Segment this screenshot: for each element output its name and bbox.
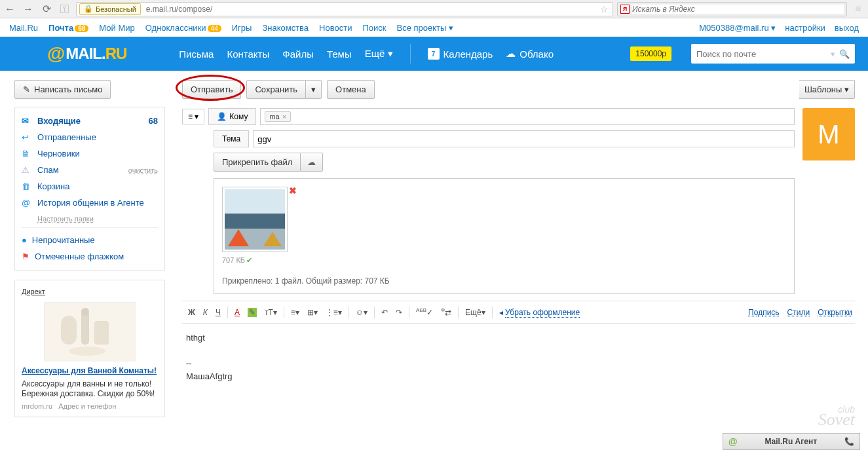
user-email[interactable]: M050388@mail.ru ▾ [699, 23, 776, 33]
compose-button[interactable]: ✎Написать письмо [14, 80, 111, 99]
filter-flagged[interactable]: ⚑Отмеченные флажком [22, 248, 158, 265]
menu-icon[interactable]: ≡ [851, 2, 865, 16]
options-button[interactable]: ≡ ▾ [182, 109, 204, 124]
redo-button[interactable]: ↷ [392, 306, 406, 319]
spellcheck-button[interactable]: АБВ✓ [413, 305, 436, 319]
promo-button[interactable]: 150000р [630, 47, 671, 61]
address-bar[interactable]: 🔒 Безопасный e.mail.ru/compose/ ☆ [76, 2, 613, 16]
attachments-box: ✖ 707 КБ✔ Прикреплено: 1 файл. Общий раз… [214, 178, 795, 294]
file-icon: 🗎 [22, 149, 32, 159]
filter-unread[interactable]: ●Непрочитанные [22, 232, 158, 248]
nav-kalendar[interactable]: 7Календарь [428, 48, 493, 60]
remove-attachment-icon[interactable]: ✖ [289, 185, 297, 196]
folder-inbox[interactable]: ✉Входящие68 [22, 113, 158, 129]
yandex-search[interactable]: Я [617, 2, 847, 16]
link-poisk[interactable]: Поиск [362, 23, 386, 33]
link-igry[interactable]: Игры [232, 23, 252, 33]
chevron-down-icon: ▾ [449, 23, 453, 33]
link-mailru[interactable]: Mail.Ru [9, 23, 38, 33]
bold-button[interactable]: Ж [185, 306, 198, 319]
nav-temy[interactable]: Темы [327, 48, 352, 60]
indent-button[interactable]: ⊞▾ [304, 306, 321, 319]
calendar-icon: 7 [428, 48, 440, 60]
underline-button[interactable]: Ч [212, 306, 224, 319]
settings-folders-link[interactable]: Настроить папки [37, 215, 94, 223]
subject-input[interactable] [257, 134, 790, 144]
direct-domain: mrdom.ru Адрес и телефон [22, 402, 158, 410]
attach-button[interactable]: Прикрепить файл [214, 153, 301, 172]
font-size-button[interactable]: тТ▾ [261, 306, 280, 319]
bookmark-star-icon[interactable]: ☆ [600, 4, 609, 14]
link-novosti[interactable]: Новости [319, 23, 352, 33]
spam-clear-link[interactable]: очистить [128, 166, 158, 174]
folder-spam[interactable]: ⚠Спамочистить [22, 162, 158, 178]
back-icon[interactable]: ← [3, 2, 17, 16]
phone-icon[interactable]: 📞 [844, 437, 854, 446]
key-icon[interactable]: ⚿ [58, 2, 72, 16]
chip-remove-icon[interactable]: × [282, 113, 286, 121]
inbox-count: 68 [149, 116, 158, 126]
to-label-button[interactable]: 👤Кому [208, 108, 256, 125]
list-button[interactable]: ⋮≡▾ [322, 306, 345, 319]
mail-search-input[interactable] [696, 49, 827, 59]
toolbar-more[interactable]: Ещё▾ [462, 306, 489, 319]
check-icon: ✔ [246, 256, 252, 264]
link-exit[interactable]: выход [835, 23, 859, 33]
search-icon[interactable]: 🔍 [839, 49, 850, 59]
link-pochta[interactable]: Почта68 [48, 23, 88, 33]
secure-badge: 🔒 Безопасный [79, 3, 141, 15]
folder-agent-history[interactable]: @История общения в Агенте [22, 195, 158, 211]
direct-heading[interactable]: Директ [22, 288, 45, 295]
align-button[interactable]: ≡▾ [288, 306, 303, 319]
folder-drafts[interactable]: 🗎Черновики [22, 145, 158, 162]
direct-title-link[interactable]: Аксессуары для Ванной Комнаты! [22, 366, 157, 375]
chevron-down-icon[interactable]: ▾ [831, 49, 835, 59]
yandex-icon: Я [620, 5, 630, 14]
link-moimir[interactable]: Мой Мир [99, 23, 134, 33]
nav-oblako[interactable]: ☁Облако [506, 48, 554, 60]
inbox-icon: ✉ [22, 116, 32, 126]
templates-button[interactable]: Шаблоны ▾ [799, 80, 855, 99]
mailru-logo[interactable]: @MAIL.RU [47, 43, 126, 64]
reload-icon[interactable]: ⟳ [39, 2, 54, 16]
nav-kontakty[interactable]: Контакты [227, 48, 269, 60]
folder-sent[interactable]: ↩Отправленные [22, 129, 158, 145]
direct-image[interactable] [44, 302, 136, 361]
emoji-button[interactable]: ☺▾ [352, 306, 371, 319]
mail-search[interactable]: ▾ 🔍 [691, 44, 855, 64]
cloud-icon: ☁ [307, 157, 316, 167]
nav-pisma[interactable]: Письма [179, 48, 214, 60]
agent-icon: @ [728, 436, 738, 447]
save-button[interactable]: Сохранить [246, 80, 306, 99]
translit-button[interactable]: Ф⇄ [438, 305, 455, 319]
signature-link[interactable]: Подпись [748, 308, 780, 317]
save-dropdown[interactable]: ▾ [306, 80, 322, 99]
recipient-chip[interactable]: ma× [265, 111, 291, 122]
secure-label: Безопасный [96, 5, 136, 13]
nav-faily[interactable]: Файлы [282, 48, 314, 60]
forward-icon[interactable]: → [21, 2, 35, 16]
send-button[interactable]: Отправить [182, 80, 241, 99]
text-color-button[interactable]: A [231, 306, 243, 319]
flag-icon: ⚑ [22, 252, 29, 261]
link-znakom[interactable]: Знакомства [262, 23, 309, 33]
nav-esche[interactable]: Ещё ▾ [365, 48, 393, 60]
message-body[interactable]: hthgt -- МашаAfgtrg [182, 324, 855, 390]
styles-link[interactable]: Стили [787, 308, 810, 317]
to-input[interactable]: ma× [260, 108, 795, 125]
folder-trash[interactable]: 🗑Корзина [22, 178, 158, 195]
subject-input-wrap[interactable] [253, 130, 795, 147]
link-settings[interactable]: настройки [785, 23, 825, 33]
undo-button[interactable]: ↶ [378, 306, 391, 319]
clear-format-button[interactable]: ◂ Убрать оформление [496, 306, 584, 319]
cards-link[interactable]: Открытки [818, 308, 852, 317]
agent-bar[interactable]: @ Mail.Ru Агент 📞 [723, 433, 860, 450]
link-vseproj[interactable]: Все проекты ▾ [396, 23, 453, 33]
link-odnoklassniki[interactable]: Одноклассники44 [145, 23, 221, 33]
italic-button[interactable]: К [200, 306, 211, 319]
highlight-button[interactable]: ✎ [244, 306, 260, 319]
cancel-button[interactable]: Отмена [327, 80, 375, 99]
attachment-item[interactable]: ✖ 707 КБ✔ [222, 187, 288, 265]
attach-cloud-button[interactable]: ☁ [301, 153, 323, 172]
yandex-input[interactable] [632, 5, 844, 14]
